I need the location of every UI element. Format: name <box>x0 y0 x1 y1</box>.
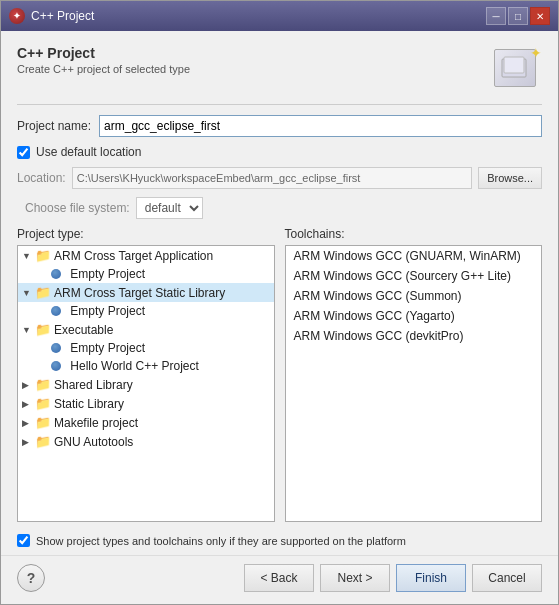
maximize-button[interactable]: □ <box>508 7 528 25</box>
project-name-input[interactable] <box>99 115 542 137</box>
folder-icon-shared-lib: 📁 <box>35 377 51 392</box>
tree-label-hello-world: Hello World C++ Project <box>70 359 199 373</box>
toggle-shared-lib: ▶ <box>22 380 32 390</box>
toggle-makefile: ▶ <box>22 418 32 428</box>
cancel-button[interactable]: Cancel <box>472 564 542 592</box>
project-type-tree[interactable]: ▼ 📁 ARM Cross Target Application Empty P… <box>17 245 275 522</box>
tree-item-executable[interactable]: ▼ 📁 Executable <box>18 320 274 339</box>
tree-label-gnu-autotools: GNU Autotools <box>54 435 133 449</box>
bullet-icon-empty-1 <box>51 269 61 279</box>
tree-label-shared-lib: Shared Library <box>54 378 133 392</box>
tree-item-arm-cross-app[interactable]: ▼ 📁 ARM Cross Target Application <box>18 246 274 265</box>
toolchain-label-3: ARM Windows GCC (Summon) <box>294 289 462 303</box>
toggle-gnu-autotools: ▶ <box>22 437 32 447</box>
tree-item-empty-3[interactable]: Empty Project <box>18 339 274 357</box>
main-content: C++ Project Create C++ project of select… <box>1 31 558 555</box>
use-default-row: Use default location <box>17 145 542 159</box>
header-icon: ✦ <box>492 45 542 90</box>
filesystem-select[interactable]: default <box>136 197 203 219</box>
header-text: C++ Project Create C++ project of select… <box>17 45 190 75</box>
location-row: Location: Browse... <box>17 167 542 189</box>
window-controls: ─ □ ✕ <box>486 7 550 25</box>
tree-label-empty-1: Empty Project <box>70 267 145 281</box>
tree-item-arm-static-lib[interactable]: ▼ 📁 ARM Cross Target Static Library <box>18 283 274 302</box>
bullet-icon-empty-2 <box>51 306 61 316</box>
bottom-checkbox-row: Show project types and toolchains only i… <box>17 534 542 547</box>
tree-item-empty-1[interactable]: Empty Project <box>18 265 274 283</box>
filesystem-row: Choose file system: default <box>25 197 542 219</box>
use-default-checkbox[interactable] <box>17 146 30 159</box>
location-input[interactable] <box>72 167 472 189</box>
toggle-arm-cross-app: ▼ <box>22 251 32 261</box>
close-button[interactable]: ✕ <box>530 7 550 25</box>
browse-button[interactable]: Browse... <box>478 167 542 189</box>
tree-label-arm-static-lib: ARM Cross Target Static Library <box>54 286 225 300</box>
tree-label-makefile: Makefile project <box>54 416 138 430</box>
header-divider <box>17 104 542 105</box>
supported-platforms-checkbox[interactable] <box>17 534 30 547</box>
toolchain-label-5: ARM Windows GCC (devkitPro) <box>294 329 464 343</box>
back-button[interactable]: < Back <box>244 564 314 592</box>
tree-item-shared-lib[interactable]: ▶ 📁 Shared Library <box>18 375 274 394</box>
bullet-icon-hello-world <box>51 361 61 371</box>
tree-item-makefile[interactable]: ▶ 📁 Makefile project <box>18 413 274 432</box>
toggle-arm-static-lib: ▼ <box>22 288 32 298</box>
page-subtitle: Create C++ project of selected type <box>17 63 190 75</box>
toolchain-item-2[interactable]: ARM Windows GCC (Sourcery G++ Lite) <box>286 266 542 286</box>
project-type-panel: Project type: ▼ 📁 ARM Cross Target Appli… <box>17 227 275 522</box>
toolchains-label: Toolchains: <box>285 227 543 241</box>
filesystem-label: Choose file system: <box>25 201 130 215</box>
title-bar-left: ✦ C++ Project <box>9 8 94 24</box>
toolchain-item-3[interactable]: ARM Windows GCC (Summon) <box>286 286 542 306</box>
toolchain-panel: Toolchains: ARM Windows GCC (GNUARM, Win… <box>285 227 543 522</box>
folder-icon-executable: 📁 <box>35 322 51 337</box>
folder-icon-arm-cross-app: 📁 <box>35 248 51 263</box>
location-label: Location: <box>17 171 66 185</box>
help-button[interactable]: ? <box>17 564 45 592</box>
tree-label-executable: Executable <box>54 323 113 337</box>
page-title: C++ Project <box>17 45 190 61</box>
tree-item-static-lib[interactable]: ▶ 📁 Static Library <box>18 394 274 413</box>
header-section: C++ Project Create C++ project of select… <box>17 45 542 90</box>
folder-icon-static-lib: 📁 <box>35 396 51 411</box>
window-icon: ✦ <box>9 8 25 24</box>
project-name-row: Project name: <box>17 115 542 137</box>
title-bar: ✦ C++ Project ─ □ ✕ <box>1 1 558 31</box>
supported-platforms-label: Show project types and toolchains only i… <box>36 535 406 547</box>
tree-label-empty-3: Empty Project <box>70 341 145 355</box>
finish-button[interactable]: Finish <box>396 564 466 592</box>
toggle-static-lib: ▶ <box>22 399 32 409</box>
toolchain-item-4[interactable]: ARM Windows GCC (Yagarto) <box>286 306 542 326</box>
folder-icon-arm-static-lib: 📁 <box>35 285 51 300</box>
button-bar: ? < Back Next > Finish Cancel <box>1 555 558 604</box>
folder-icon-makefile: 📁 <box>35 415 51 430</box>
tree-label-empty-2: Empty Project <box>70 304 145 318</box>
main-window: ✦ C++ Project ─ □ ✕ C++ Project Create C… <box>0 0 559 605</box>
star-icon: ✦ <box>530 45 542 61</box>
tree-item-empty-2[interactable]: Empty Project <box>18 302 274 320</box>
toggle-executable: ▼ <box>22 325 32 335</box>
toolchain-item-5[interactable]: ARM Windows GCC (devkitPro) <box>286 326 542 346</box>
toolchain-label-2: ARM Windows GCC (Sourcery G++ Lite) <box>294 269 511 283</box>
svg-rect-1 <box>504 57 524 73</box>
project-type-label: Project type: <box>17 227 275 241</box>
navigation-buttons: < Back Next > Finish Cancel <box>244 564 542 592</box>
project-name-label: Project name: <box>17 119 91 133</box>
tree-item-hello-world[interactable]: Hello World C++ Project <box>18 357 274 375</box>
tree-label-arm-cross-app: ARM Cross Target Application <box>54 249 213 263</box>
bullet-icon-empty-3 <box>51 343 61 353</box>
minimize-button[interactable]: ─ <box>486 7 506 25</box>
project-area: Project type: ▼ 📁 ARM Cross Target Appli… <box>17 227 542 522</box>
next-button[interactable]: Next > <box>320 564 390 592</box>
folder-icon-gnu-autotools: 📁 <box>35 434 51 449</box>
window-title: C++ Project <box>31 9 94 23</box>
tree-item-gnu-autotools[interactable]: ▶ 📁 GNU Autotools <box>18 432 274 451</box>
tree-label-static-lib: Static Library <box>54 397 124 411</box>
use-default-label: Use default location <box>36 145 141 159</box>
toolchain-label-1: ARM Windows GCC (GNUARM, WinARM) <box>294 249 521 263</box>
toolchain-item-1[interactable]: ARM Windows GCC (GNUARM, WinARM) <box>286 246 542 266</box>
toolchain-label-4: ARM Windows GCC (Yagarto) <box>294 309 455 323</box>
toolchains-list[interactable]: ARM Windows GCC (GNUARM, WinARM) ARM Win… <box>285 245 543 522</box>
